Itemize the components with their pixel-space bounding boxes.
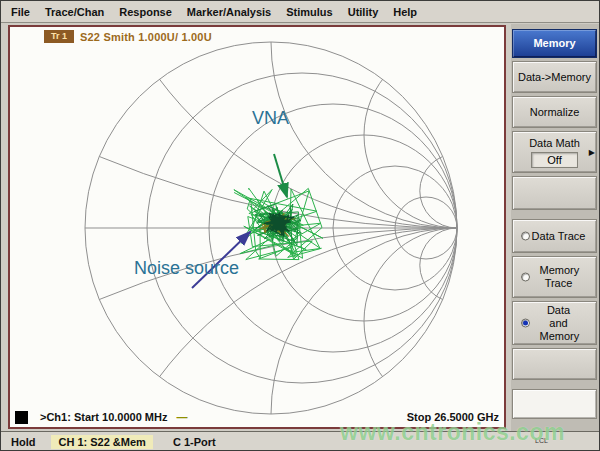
vna-label: VNA [252,108,289,128]
softkey-normalize[interactable]: Normalize [512,96,597,128]
softkey-memory[interactable]: Memory [512,29,597,58]
vna-arrow [274,154,287,197]
softkey-data-and-memory[interactable]: Data and Memory [512,301,597,345]
memory-trace-color-dash: — [176,411,186,423]
correction-status: C 1-Port [173,436,216,448]
menu-stimulus[interactable]: Stimulus [286,6,332,18]
radio-on-icon [521,319,530,328]
status-bar: Hold CH 1: S22 &Mem C 1-Port [1,431,600,451]
submenu-arrow-icon: ▶ [589,146,595,159]
data-math-value: Off [531,152,577,168]
sweep-stop-label: Stop 26.5000 GHz [407,411,499,423]
radio-off-icon [521,273,530,282]
lcl-status: LCL [535,437,548,444]
vna-application-window: File Trace/Chan Response Marker/Analysis… [0,0,600,451]
menu-trace-chan[interactable]: Trace/Chan [45,6,104,18]
sweep-start-label: >Ch1: Start 10.0000 MHz [40,411,167,423]
noise-source-label: Noise source [134,258,239,278]
smith-chart: VNANoise source [10,27,504,427]
menu-help[interactable]: Help [393,6,417,18]
menu-response[interactable]: Response [119,6,172,18]
trace-format-label: S22 Smith 1.000U/ 1.00U [80,31,212,43]
softkey-blank-1[interactable] [512,176,597,210]
menu-utility[interactable]: Utility [348,6,379,18]
menu-bar: File Trace/Chan Response Marker/Analysis… [1,1,600,23]
sweep-hold-status: Hold [11,436,35,448]
sweep-indicator-square [15,411,28,424]
menu-file[interactable]: File [11,6,30,18]
trace-status-row: Tr 1 S22 Smith 1.000U/ 1.00U [44,30,212,43]
softkey-data-trace[interactable]: Data Trace [512,219,597,253]
softkey-blank-3[interactable] [512,389,597,419]
softkey-data-math[interactable]: Data Math Off ▶ [512,131,597,173]
measurement-display: VNANoise source Tr 1 S22 Smith 1.000U/ 1… [8,25,506,429]
softkey-memory-trace[interactable]: Memory Trace [512,256,597,298]
channel-status-badge[interactable]: CH 1: S22 &Mem [51,435,152,449]
radio-off-icon [521,232,530,241]
trace-number-badge[interactable]: Tr 1 [44,30,74,43]
sweep-range-row: >Ch1: Start 10.0000 MHz — Stop 26.5000 G… [15,410,499,424]
softkey-data-to-memory[interactable]: Data->Memory [512,61,597,93]
softkey-blank-2[interactable] [512,348,597,380]
softkey-sidebar: Memory Data->Memory Normalize Data Math … [511,24,599,451]
menu-marker-analysis[interactable]: Marker/Analysis [187,6,271,18]
